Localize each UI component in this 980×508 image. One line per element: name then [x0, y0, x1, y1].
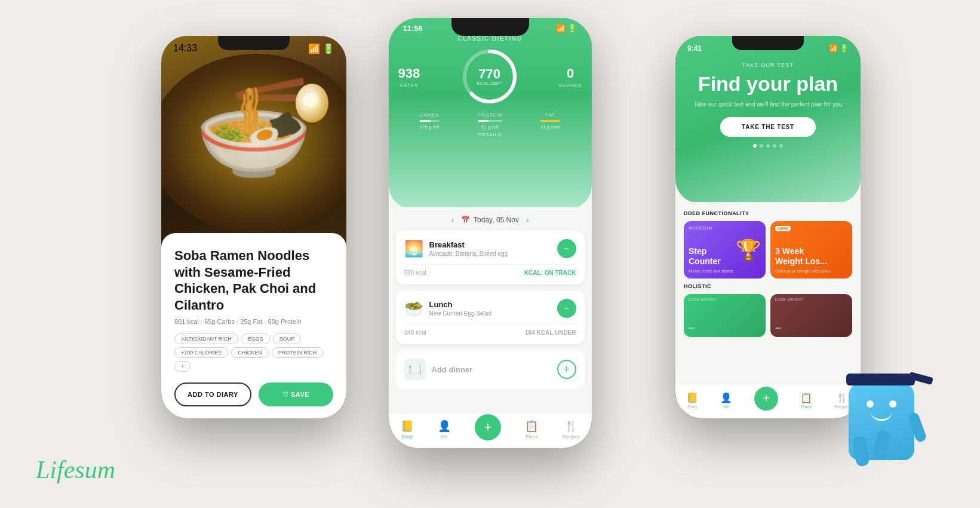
protein-label: PROTEIN: [478, 112, 502, 118]
breakfast-edit-button[interactable]: ~: [557, 239, 576, 258]
breakfast-name: Breakfast: [429, 240, 508, 249]
dot-2: [760, 144, 763, 148]
feature-cards-row: MOVESUM StepCounter Move more not faster…: [684, 221, 852, 279]
add-dinner-info: 🍽️ Add dinner: [404, 359, 473, 380]
lifesum-logo: Lifesum: [36, 455, 115, 484]
add-to-diary-button[interactable]: ADD TO DIARY: [174, 382, 251, 406]
lunch-card: 🥗 Lunch New Curried Egg Salad ~ 348 kcal…: [396, 290, 585, 344]
step-counter-title: StepCounter: [689, 246, 721, 267]
right-scroll-area: DDED FUNCTIONALITY MOVESUM StepCounter M…: [675, 202, 861, 385]
lunch-edit-button[interactable]: ~: [557, 299, 576, 318]
functionality-section-title: DDED FUNCTIONALITY: [684, 210, 852, 216]
phone-left-screen: 14:33 📶 🔋 Soba Ramen Noodles with Sesame…: [161, 36, 346, 418]
details-link[interactable]: DETAILS: [389, 132, 592, 141]
kcal-ring: 770 KCAL LEFT: [460, 47, 520, 106]
next-date-button[interactable]: ›: [526, 215, 529, 225]
macros-row: CARBS 170 g left PROTEIN 51 g left FAT: [389, 106, 592, 132]
dot-5: [779, 144, 783, 148]
phone-center-screen: 11:56 📶 🔋 CLASSIC DIETING 938 EATEN: [389, 18, 592, 448]
breakfast-status: KCAL: ON TRACK: [524, 270, 576, 276]
lunch-details: Lunch New Curried Egg Salad: [429, 300, 492, 317]
weight-loss-sub: Start your weight loss jour.: [775, 268, 831, 274]
find-plan-title: Find your plan: [675, 68, 861, 95]
center-bottom-nav: 📒 Diary 👤 Me + 📋 Plans 🍴 Recipes: [389, 412, 592, 448]
save-button[interactable]: ♡ SAVE: [259, 382, 333, 406]
fat-bar: [540, 120, 560, 122]
breakfast-header: 🌅 Breakfast Avocado, Banana, Boiled egg …: [404, 239, 576, 258]
right-me-icon: 👤: [720, 392, 732, 403]
find-plan-subtitle: Take our quick test and we'll find the p…: [675, 95, 861, 109]
right-nav-plans[interactable]: 📋 Plans: [800, 392, 812, 409]
carbs-bar: [420, 120, 440, 122]
breakfast-items: Avocado, Banana, Boiled egg: [429, 250, 508, 257]
protein-bar: [478, 120, 502, 122]
breakfast-footer: 590 kcal KCAL: ON TRACK: [404, 264, 576, 276]
phone-center-time: 11:56: [403, 24, 423, 33]
nav-plans[interactable]: 📋 Plans: [525, 420, 538, 439]
action-buttons: ADD TO DIARY ♡ SAVE: [174, 382, 333, 406]
phone-left-notch: [218, 36, 290, 50]
right-nav-diary[interactable]: 📒 Diary: [686, 392, 698, 409]
tag-chicken: CHICKEN: [231, 347, 269, 358]
phone-right-notch: [732, 36, 804, 50]
weight-loss-card[interactable]: NEW 3 WeekWeight Los... Start your weigh…: [770, 221, 852, 279]
nav-recipes-label: Recipes: [562, 434, 579, 439]
nav-add-button[interactable]: +: [475, 414, 501, 440]
ring-center: 770 KCAL LEFT: [477, 68, 502, 86]
breakfast-info: 🌅 Breakfast Avocado, Banana, Boiled egg: [404, 240, 508, 258]
dinner-icon: 🍽️: [404, 359, 426, 380]
kcal-left-value: 770: [477, 68, 502, 81]
lunch-kcal: 348 kcal: [404, 329, 426, 336]
right-nav-plans-label: Plans: [801, 405, 812, 409]
diary-icon: 📒: [401, 420, 414, 433]
right-nav-add-button[interactable]: +: [754, 387, 778, 411]
mascot-right-eye: [889, 400, 896, 408]
prev-date-button[interactable]: ‹: [451, 215, 454, 225]
right-diary-icon: 📒: [686, 392, 698, 403]
diary-area: ‹ 📅 Today, 05 Nov › 🌅 Breakfast Avocado,…: [389, 207, 592, 415]
mascot-headband-tail: [908, 372, 933, 385]
kcal-row: 938 EATEN 770 KCAL LEFT 0 BURNE: [389, 42, 592, 106]
lunch-info: 🥗 Lunch New Curried Egg Salad: [404, 299, 492, 318]
mascot-smile: [871, 411, 892, 421]
tag-calories: +700 CALORIES: [174, 347, 228, 358]
mascot-headband: [846, 374, 915, 385]
small-card-1-title: ···: [689, 324, 695, 332]
find-plan-header: 9:41 📶 🔋 TAKE OUR TEST Find your plan Ta…: [675, 36, 861, 203]
right-nav-me-label: Me: [724, 405, 730, 409]
mascot-face: [861, 394, 902, 424]
dot-3: [766, 144, 770, 148]
date-navigation: ‹ 📅 Today, 05 Nov ›: [389, 207, 592, 231]
right-nav-me[interactable]: 👤 Me: [720, 392, 732, 409]
lunch-icon: 🥗: [404, 299, 423, 318]
phone-center-notch: [451, 18, 529, 36]
add-dinner-card[interactable]: 🍽️ Add dinner +: [396, 350, 585, 388]
dot-4: [773, 144, 776, 148]
lunch-items: New Curried Egg Salad: [429, 310, 492, 317]
tag-more: +: [174, 361, 191, 372]
nav-me[interactable]: 👤 Me: [438, 420, 451, 439]
lunch-footer: 348 kcal 164 KCAL UNDER: [404, 324, 576, 336]
breakfast-details: Breakfast Avocado, Banana, Boiled egg: [429, 240, 508, 257]
take-test-button[interactable]: TAKE THE TEST: [720, 117, 816, 137]
right-plans-icon: 📋: [800, 392, 812, 403]
add-dinner-button[interactable]: +: [557, 360, 576, 379]
weight-loss-title: 3 WeekWeight Los...: [775, 246, 827, 267]
egg-yolk: [303, 93, 321, 111]
egg-decoration: [296, 84, 328, 123]
small-card-1[interactable]: LOSE WEIGHT ···: [684, 294, 766, 337]
carbs-macro: CARBS 170 g left: [420, 112, 440, 130]
nav-recipes[interactable]: 🍴 Recipes: [562, 420, 579, 439]
nav-diary[interactable]: 📒 Diary: [401, 420, 414, 439]
right-nav-diary-label: Diary: [687, 405, 697, 409]
fat-value: 11 g over: [540, 124, 560, 130]
breakfast-card: 🌅 Breakfast Avocado, Banana, Boiled egg …: [396, 231, 585, 284]
plans-icon: 📋: [525, 420, 538, 433]
tag-soup: SOUP: [273, 333, 302, 344]
mascot-character: [837, 329, 944, 484]
step-counter-card[interactable]: MOVESUM StepCounter Move more not faster…: [684, 221, 766, 279]
nav-me-label: Me: [441, 434, 447, 439]
calorie-header: 11:56 📶 🔋 CLASSIC DIETING 938 EATEN: [389, 18, 592, 209]
eaten-stat: 938 EATEN: [398, 66, 420, 88]
protein-value: 51 g left: [478, 124, 502, 130]
